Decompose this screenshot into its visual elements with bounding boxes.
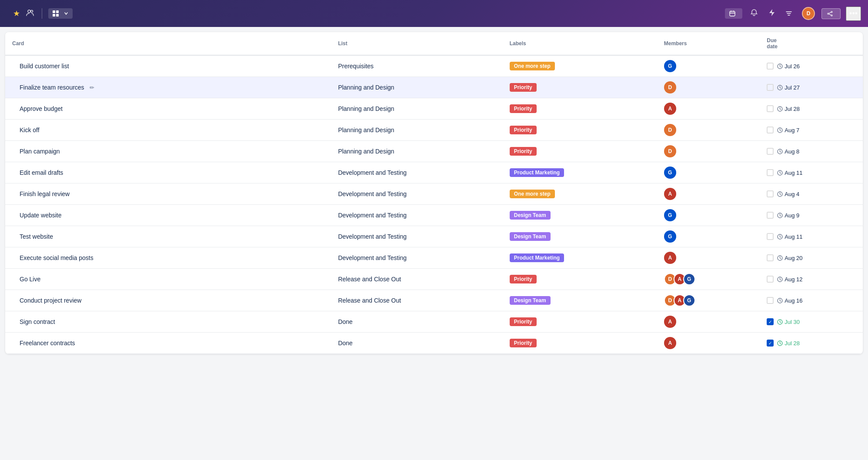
- due-date-text: Aug 11: [777, 170, 802, 176]
- due-date-checkbox[interactable]: [767, 297, 774, 304]
- svg-point-0: [28, 10, 30, 13]
- label-badge: Priority: [510, 339, 537, 347]
- due-date-checkbox[interactable]: [767, 212, 774, 219]
- members-cell: D: [657, 141, 760, 162]
- col-header-members: Members: [657, 32, 760, 55]
- card-name: Go Live: [20, 276, 40, 283]
- svg-rect-2: [53, 10, 55, 13]
- members-cell: A: [657, 333, 760, 354]
- card-name: Plan campaign: [20, 148, 60, 155]
- member-avatar: D: [664, 81, 676, 93]
- due-date-cell: Aug 11: [760, 226, 863, 247]
- members-cell: G: [657, 205, 760, 226]
- svg-rect-4: [53, 14, 55, 17]
- due-date-text: Jul 30: [777, 319, 800, 325]
- members-cell: D: [657, 120, 760, 141]
- list-cell: Planning and Design: [331, 77, 502, 98]
- labels-cell: Priority: [503, 141, 657, 162]
- card-name: Edit email drafts: [20, 169, 63, 176]
- table-row[interactable]: ⠿Finish legal reviewDevelopment and Test…: [5, 183, 863, 205]
- due-date-cell: Jul 28: [760, 98, 863, 120]
- avatar[interactable]: D: [802, 7, 815, 20]
- list-cell: Planning and Design: [331, 141, 502, 162]
- due-date-checkbox[interactable]: [767, 169, 774, 176]
- table-row[interactable]: ⠿Test websiteDevelopment and TestingDesi…: [5, 226, 863, 247]
- due-date-text: Aug 16: [777, 297, 802, 304]
- table-body: ⠿Build customer listPrerequisitesOne mor…: [5, 55, 863, 354]
- clock-icon: [777, 319, 783, 325]
- card-name: Kick off: [20, 127, 40, 133]
- due-date-checkbox[interactable]: [767, 190, 774, 197]
- clock-icon: [777, 106, 783, 112]
- members-cell: DAG: [657, 290, 760, 311]
- table-row[interactable]: ⠿Freelancer contractsDonePriorityA Jul 2…: [5, 333, 863, 354]
- due-date-checkbox[interactable]: [767, 340, 774, 347]
- labels-cell: Priority: [503, 77, 657, 98]
- table-row[interactable]: ⠿Go LiveRelease and Close OutPriorityDAG…: [5, 269, 863, 290]
- member-avatar: A: [664, 316, 676, 328]
- labels-cell: Priority: [503, 120, 657, 141]
- star-icon[interactable]: ★: [13, 9, 20, 18]
- clock-icon: [777, 298, 783, 303]
- table-row[interactable]: ⠿Approve budgetPlanning and DesignPriori…: [5, 98, 863, 120]
- main-table-container: Card List Labels Members Due date ⠿Build…: [5, 32, 863, 354]
- share-button[interactable]: [821, 8, 841, 19]
- members-cell: G: [657, 55, 760, 77]
- more-options-button[interactable]: •••: [846, 7, 861, 21]
- due-date-cell: Aug 4: [760, 183, 863, 205]
- table-row[interactable]: ⠿Execute social media postsDevelopment a…: [5, 247, 863, 269]
- member-avatar: A: [664, 103, 676, 115]
- due-date-checkbox[interactable]: [767, 254, 774, 261]
- lightning-icon[interactable]: [766, 7, 778, 20]
- member-avatar: D: [664, 124, 676, 136]
- svg-point-8: [831, 15, 832, 16]
- table-row[interactable]: ⠿Build customer listPrerequisitesOne mor…: [5, 55, 863, 77]
- cards-table: Card List Labels Members Due date ⠿Build…: [5, 32, 863, 354]
- card-name: Build customer list: [20, 63, 69, 70]
- card-name: Sign contract: [20, 318, 55, 325]
- due-date-checkbox[interactable]: [767, 318, 774, 325]
- card-name: Freelancer contracts: [20, 340, 75, 347]
- clock-icon: [777, 340, 783, 346]
- labels-cell: Product Marketing: [503, 162, 657, 183]
- edit-icon[interactable]: ✏: [90, 84, 94, 91]
- filter-button[interactable]: [783, 9, 797, 18]
- member-avatar: G: [664, 230, 676, 243]
- due-date-checkbox[interactable]: [767, 105, 774, 112]
- due-date-checkbox[interactable]: [767, 63, 774, 70]
- table-row[interactable]: ⠿Sign contractDonePriorityA Jul 30: [5, 311, 863, 333]
- member-avatar: D: [664, 145, 676, 157]
- people-icon[interactable]: [24, 7, 36, 20]
- member-avatar: G: [664, 60, 676, 72]
- due-date-cell: Aug 8: [760, 141, 863, 162]
- list-cell: Development and Testing: [331, 205, 502, 226]
- calendar-powerup-button[interactable]: [725, 8, 742, 19]
- member-avatar: A: [664, 337, 676, 349]
- due-date-checkbox[interactable]: [767, 148, 774, 155]
- col-header-due-date[interactable]: Due date: [760, 32, 774, 55]
- member-avatar: G: [683, 273, 695, 285]
- table-row[interactable]: ⠿Conduct project reviewRelease and Close…: [5, 290, 863, 311]
- header-right: D •••: [725, 7, 861, 21]
- due-date-cell: Jul 26: [760, 55, 863, 77]
- due-date-text: Aug 8: [777, 148, 799, 155]
- due-date-checkbox[interactable]: [767, 233, 774, 240]
- members-cell: A: [657, 247, 760, 269]
- col-header-card: Card: [5, 32, 331, 55]
- members-cell: G: [657, 162, 760, 183]
- due-date-checkbox[interactable]: [767, 84, 774, 91]
- members-cell: A: [657, 311, 760, 333]
- due-date-text: Jul 28: [777, 106, 800, 112]
- table-row[interactable]: ⠿Finalize team resources✏Planning and De…: [5, 77, 863, 98]
- member-avatar: A: [664, 252, 676, 264]
- table-row[interactable]: ⠿Plan campaignPlanning and DesignPriorit…: [5, 141, 863, 162]
- table-row[interactable]: ⠿Kick offPlanning and DesignPriorityD Au…: [5, 120, 863, 141]
- due-date-checkbox[interactable]: [767, 127, 774, 133]
- notification-icon[interactable]: [748, 7, 761, 20]
- table-row[interactable]: ⠿Edit email draftsDevelopment and Testin…: [5, 162, 863, 183]
- members-cell: G: [657, 226, 760, 247]
- table-row[interactable]: ⠿Update websiteDevelopment and TestingDe…: [5, 205, 863, 226]
- clock-icon: [777, 191, 783, 197]
- due-date-checkbox[interactable]: [767, 276, 774, 283]
- table-view-button[interactable]: [48, 8, 73, 19]
